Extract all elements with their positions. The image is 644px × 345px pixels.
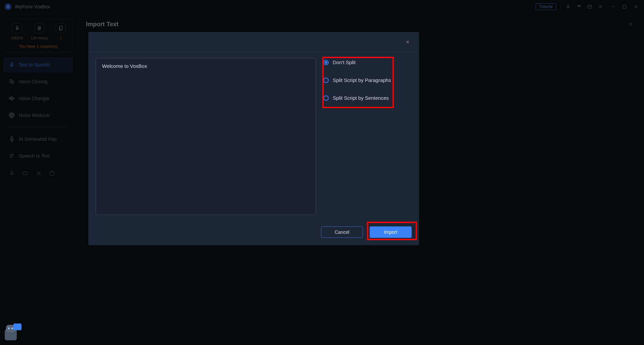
nav-voice-changer[interactable]: Voice Changer [3,91,73,106]
cancel-button[interactable]: Cancel [321,226,363,238]
content-header: Import Text [86,20,635,28]
svg-point-17 [10,114,14,117]
user-icon[interactable] [565,3,571,10]
stats-card: 106503 116 min(s) 1 You have 1 coupon(s) [3,18,73,52]
record-tool-icon[interactable] [9,170,15,176]
nav-text-to-speech[interactable]: Text to Speech [3,57,73,73]
stat-minutes[interactable]: 116 min(s) [31,23,48,40]
svg-rect-20 [11,171,13,174]
mail-icon[interactable] [586,3,593,10]
stat-chars[interactable]: 106503 [11,23,23,40]
modal-body: Welcome to VoxBox Don't Split Split Scri… [88,52,419,221]
svg-rect-19 [11,137,13,140]
sidebar: 106503 116 min(s) 1 You have 1 coupon(s) [0,13,77,345]
svg-rect-10 [11,62,13,65]
minimize-icon[interactable] [610,3,616,10]
svg-rect-0 [8,5,9,7]
modal-close-icon[interactable] [404,39,411,45]
svg-rect-5 [623,5,626,8]
split-options: Don't Split Split Script by Paragraphs S… [323,58,412,215]
option-label: Split Script by Paragraphs [333,77,391,83]
radio-icon [323,95,329,101]
sidebar-nav: Text to Speech Voice Cloning Voice Chang… [3,57,73,164]
titlebar-left: iMyFone VoxBox [5,3,50,10]
tutorial-button[interactable]: Tutorial [536,3,556,10]
modal-footer: Cancel Import [88,221,419,245]
nav-label: Speech to Text [19,153,50,159]
minutes-icon [34,23,44,33]
import-button[interactable]: Import [370,226,412,238]
svg-point-3 [600,6,601,7]
import-text-area[interactable]: Welcome to VoxBox [96,58,316,215]
nav-ai-rap[interactable]: AI Generated Rap [3,131,73,147]
nav-divider [8,127,68,127]
discord-icon[interactable] [576,3,582,10]
page-title: Import Text [86,21,119,28]
svg-rect-15 [13,98,14,99]
shuffle-tool-icon[interactable] [36,170,42,176]
radio-icon [323,60,329,65]
svg-point-1 [567,5,569,7]
stats-row: 106503 116 min(s) 1 [7,23,70,40]
option-label: Don't Split [333,59,356,65]
svg-point-16 [11,115,13,116]
coupon-text[interactable]: You have 1 coupon(s) [7,44,70,49]
svg-rect-9 [59,26,62,29]
window-controls [610,3,639,10]
chatbot-icon[interactable] [5,324,21,340]
nav-voice-cloning[interactable]: Voice Cloning [3,74,73,89]
nav-label: AI Generated Rap [19,136,57,142]
stat-files[interactable]: 1 [56,23,66,40]
nav-label: Voice Cloning [19,79,48,84]
nav-noise-reducer[interactable]: Noise Reducer [3,107,73,123]
nav-speech-to-text[interactable]: Speech to Text [3,148,73,164]
briefcase-tool-icon[interactable] [49,170,55,176]
import-modal: Welcome to VoxBox Don't Split Split Scri… [88,32,419,245]
app-title: iMyFone VoxBox [15,4,50,9]
nav-label: Text to Speech [19,62,50,68]
option-dont-split[interactable]: Don't Split [323,59,412,65]
option-label: Split Script by Sentences [333,95,389,101]
option-split-paragraphs[interactable]: Split Script by Paragraphs [323,77,412,83]
svg-rect-14 [11,97,12,100]
svg-rect-21 [23,172,28,175]
modal-header [88,32,419,52]
files-icon [56,23,66,33]
chars-icon [12,23,22,33]
option-split-sentences[interactable]: Split Script by Sentences [323,95,412,101]
stat-minutes-value: 116 min(s) [31,36,48,40]
maximize-icon[interactable] [621,3,628,10]
nav-label: Noise Reducer [19,113,50,118]
stat-files-value: 1 [60,36,62,40]
loop-tool-icon[interactable] [22,170,28,176]
svg-rect-22 [50,172,54,175]
titlebar: iMyFone VoxBox Tutorial [0,0,644,13]
divider [560,3,561,10]
radio-icon [323,78,329,83]
svg-rect-8 [16,26,18,29]
stat-chars-value: 106503 [11,36,23,40]
titlebar-right: Tutorial [536,3,639,10]
close-window-icon[interactable] [633,3,639,10]
app-logo-icon [5,3,11,10]
svg-rect-13 [9,97,10,99]
nav-label: Voice Changer [19,96,50,101]
content-close-icon[interactable] [627,20,635,28]
settings-icon[interactable] [597,3,604,10]
sidebar-tools [3,166,73,181]
